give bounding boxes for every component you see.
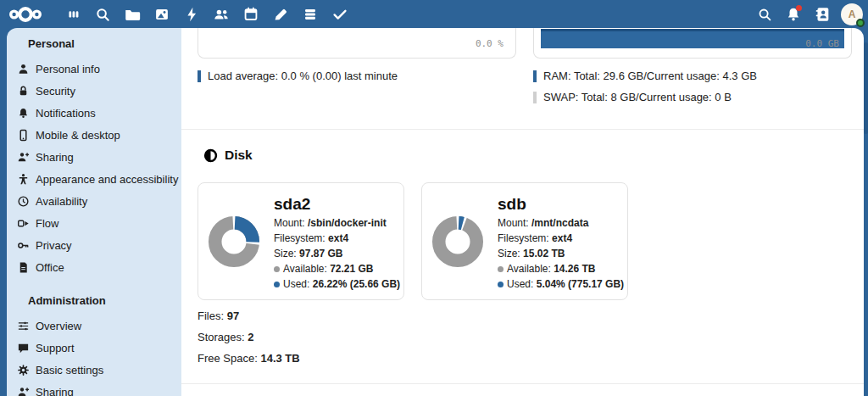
settings-sidebar: Personal Personal info Security Notifica… — [7, 28, 181, 396]
avatar[interactable]: A — [841, 3, 863, 25]
sidebar-item-personal-info[interactable]: Personal info — [7, 58, 181, 80]
lock-icon — [17, 85, 30, 98]
sidebar-item-privacy[interactable]: Privacy — [7, 234, 181, 256]
sidebar-section-personal: Personal — [7, 32, 181, 54]
avatar-letter: A — [849, 8, 856, 20]
disk-usage-donut — [208, 215, 260, 268]
contacts-book-icon[interactable] — [812, 4, 832, 25]
swap-legend: SWAP: Total: 8 GB/Current usage: 0 B — [533, 91, 732, 103]
tasks-check-icon[interactable] — [330, 4, 350, 25]
activity-bolt-icon[interactable] — [181, 4, 202, 25]
chat-icon — [17, 342, 30, 354]
disk-card-sdb: sdb Mount: /mnt/ncdata Filesystem: ext4 … — [421, 182, 628, 300]
sidebar-item-office[interactable]: Office — [7, 256, 181, 278]
sidebar-item-overview[interactable]: Overview — [7, 315, 181, 337]
key-icon — [17, 239, 30, 252]
disk-section-title: Disk — [225, 148, 253, 163]
sidebar-item-notifications[interactable]: Notifications — [7, 102, 181, 124]
sidebar-item-security[interactable]: Security — [7, 80, 181, 102]
swap-legend-marker — [533, 92, 537, 103]
memory-current-value: 0.0 GB — [805, 38, 839, 49]
available-dot — [498, 266, 504, 272]
vertical-scrollbar[interactable] — [864, 42, 868, 134]
bell-icon — [17, 107, 30, 120]
sidebar-item-mobile-desktop[interactable]: Mobile & desktop — [7, 124, 181, 146]
sidebar-section-administration: Administration — [7, 289, 181, 311]
clock-icon — [17, 195, 30, 208]
cpu-current-value: 0.0 % — [476, 38, 504, 49]
stat-free-space: Free Space: 14.3 TB — [198, 352, 300, 365]
tune-sliders-icon — [17, 320, 30, 332]
section-divider — [181, 383, 864, 384]
notes-pencil-icon[interactable] — [270, 4, 291, 25]
ram-legend-marker — [533, 70, 537, 82]
top-navigation-bar: A — [0, 0, 868, 28]
ram-usage-area — [541, 29, 844, 48]
disk-pie-icon — [203, 148, 218, 163]
section-divider — [181, 129, 864, 130]
sidebar-item-sharing[interactable]: Sharing — [7, 146, 181, 168]
system-info-panel: 0.0 % 0.0 GB Load average: 0.0 % (0.00) … — [181, 28, 864, 396]
notification-badge — [796, 5, 802, 11]
search-app-icon[interactable] — [92, 4, 113, 25]
content-area: Personal Personal info Security Notifica… — [7, 28, 864, 396]
document-icon — [17, 261, 30, 274]
sidebar-item-appearance[interactable]: Appearance and accessibility — [7, 168, 181, 190]
disk-card-sda2: sda2 Mount: /sbin/docker-init Filesystem… — [198, 182, 404, 300]
stat-files: Files: 97 — [198, 310, 239, 322]
files-folder-icon[interactable] — [122, 4, 142, 25]
smartphone-icon — [17, 129, 30, 142]
stat-storages: Storages: 2 — [198, 331, 254, 343]
used-dot — [274, 282, 280, 287]
disk-device-name: sda2 — [274, 193, 400, 215]
user-icon — [17, 63, 30, 75]
sidebar-item-availability[interactable]: Availability — [7, 190, 181, 212]
sidebar-item-support[interactable]: Support — [7, 337, 181, 359]
cpu-legend-marker — [198, 70, 201, 82]
cpu-legend: Load average: 0.0 % (0.00) last minute — [198, 70, 398, 82]
calendar-icon[interactable] — [241, 4, 261, 25]
photos-icon[interactable] — [152, 4, 172, 25]
online-status-dot — [856, 19, 865, 27]
sidebar-item-flow[interactable]: Flow — [7, 212, 181, 234]
memory-chart: 0.0 GB — [533, 28, 852, 59]
cpu-load-chart: 0.0 % — [198, 28, 516, 59]
sidebar-item-basic-settings[interactable]: Basic settings — [7, 359, 181, 381]
used-dot — [498, 282, 504, 287]
available-dot — [274, 266, 280, 272]
notifications-bell-icon[interactable] — [783, 4, 804, 25]
gear-icon — [17, 364, 30, 376]
search-icon[interactable] — [754, 4, 775, 25]
contacts-people-icon[interactable] — [211, 4, 231, 25]
deck-stack-icon[interactable] — [300, 4, 320, 25]
dashboard-icon[interactable] — [63, 4, 83, 25]
topbar-right-controls: A — [754, 0, 863, 28]
flow-arrow-icon — [17, 217, 30, 230]
disk-usage-donut — [431, 215, 484, 268]
ram-legend: RAM: Total: 29.6 GB/Current usage: 4.3 G… — [533, 70, 757, 82]
disk-device-name: sdb — [498, 193, 624, 215]
accessibility-icon — [17, 173, 30, 186]
user-plus-icon — [17, 386, 30, 396]
disk-section-header: Disk — [203, 148, 253, 163]
nextcloud-logo[interactable] — [8, 5, 43, 24]
sidebar-item-admin-sharing[interactable]: Sharing — [7, 381, 181, 396]
user-plus-icon — [17, 151, 30, 164]
app-menu — [63, 4, 350, 25]
